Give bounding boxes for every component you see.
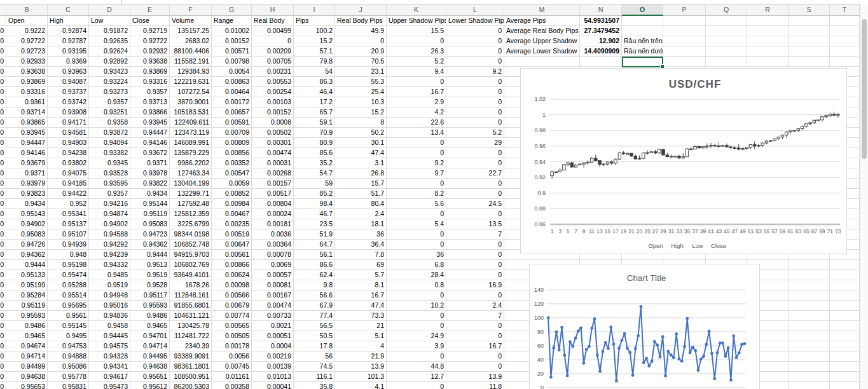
cell-O4[interactable]: Râu nến dưới	[622, 46, 663, 57]
cell-D13[interactable]: 0.94094	[89, 138, 130, 148]
cell-E18[interactable]: 0.9434	[130, 189, 170, 199]
cell-G1[interactable]: Range	[212, 16, 252, 26]
cell-G36[interactable]: 0.01161	[212, 372, 252, 382]
cell-D16[interactable]: 0.93528	[89, 168, 130, 179]
cell-J20[interactable]: 2.4	[335, 209, 387, 219]
cell-F6[interactable]: 129384.93	[170, 67, 212, 77]
cell-A36[interactable]: 0	[0, 372, 6, 382]
cell-J12[interactable]: 50.2	[335, 128, 387, 138]
cell-I17[interactable]: 59	[294, 179, 335, 189]
cell-G14[interactable]: 0.00856	[212, 148, 252, 158]
cell-T26[interactable]	[830, 270, 860, 280]
cell-B7[interactable]: 0.93869	[6, 77, 48, 87]
cell-F32[interactable]: 112481.722	[170, 331, 212, 341]
cell-F7[interactable]: 122219.631	[170, 77, 212, 87]
cell-H14[interactable]: 0.00474	[252, 148, 294, 158]
cell-A1[interactable]	[0, 16, 6, 26]
cell-C27[interactable]: 0.95288	[48, 280, 89, 290]
cell-F37[interactable]: 86200.5303	[170, 382, 212, 389]
cell-C37[interactable]: 0.95831	[48, 382, 89, 389]
cell-C33[interactable]: 0.94753	[48, 341, 89, 351]
cell-T29[interactable]	[830, 301, 860, 311]
cell-F33[interactable]: 2340.39	[170, 341, 212, 351]
cell-L4[interactable]: 0	[446, 46, 504, 57]
cell-K19[interactable]: 5.6	[387, 199, 446, 209]
cell-K35[interactable]: 44.8	[387, 362, 446, 372]
cell-B11[interactable]: 0.93865	[6, 118, 48, 128]
cell-J25[interactable]: 69	[335, 260, 387, 270]
cell-D21[interactable]: 0.94902	[89, 219, 130, 229]
cell-F27[interactable]: 1678.26	[170, 280, 212, 290]
cell-L33[interactable]: 16.7	[446, 341, 504, 351]
cell-F26[interactable]: 93649.4101	[170, 270, 212, 280]
column-header-F[interactable]: F	[170, 4, 212, 16]
cell-H31[interactable]: 0.0021	[252, 321, 294, 331]
column-header-I[interactable]: I	[294, 4, 335, 16]
cell-E22[interactable]: 0.94723	[130, 229, 170, 240]
cell-H11[interactable]: 0.0008	[252, 118, 294, 128]
cell-R4[interactable]	[747, 46, 789, 57]
cell-L24[interactable]: 0	[446, 250, 504, 260]
cell-J29[interactable]: 47.4	[335, 301, 387, 311]
cell-L20[interactable]: 0	[446, 209, 504, 219]
cell-A6[interactable]: 0	[0, 67, 6, 77]
cell-K37[interactable]: 0	[387, 382, 446, 389]
cell-G11[interactable]: 0.00591	[212, 118, 252, 128]
cell-I24[interactable]: 56.1	[294, 250, 335, 260]
cell-D34[interactable]: 0.94328	[89, 351, 130, 362]
cell-N1[interactable]: 54.9931507	[580, 16, 622, 26]
cell-L3[interactable]: 0	[446, 36, 504, 46]
cell-H12[interactable]: 0.00502	[252, 128, 294, 138]
cell-H32[interactable]: 0.00051	[252, 331, 294, 341]
cell-K23[interactable]: 0	[387, 240, 446, 250]
cell-M1[interactable]: Average Pips	[504, 16, 580, 26]
cell-D18[interactable]: 0.9357	[89, 189, 130, 199]
cell-J19[interactable]: 80.4	[335, 199, 387, 209]
cell-C34[interactable]: 0.94888	[48, 351, 89, 362]
cell-B6[interactable]: 0.93638	[6, 67, 48, 77]
cell-L13[interactable]: 29	[446, 138, 504, 148]
cell-E17[interactable]: 0.93822	[130, 179, 170, 189]
cell-T34[interactable]	[830, 351, 860, 362]
cell-H15[interactable]: 0.00031	[252, 158, 294, 168]
cell-E26[interactable]: 0.9519	[130, 270, 170, 280]
cell-B13[interactable]: 0.94447	[6, 138, 48, 148]
cell-E1[interactable]: Close	[130, 16, 170, 26]
cell-B15[interactable]: 0.93679	[6, 158, 48, 168]
cell-F3[interactable]: 2683.02	[170, 36, 212, 46]
cell-B4[interactable]: 0.92723	[6, 46, 48, 57]
cell-A12[interactable]: 0	[0, 128, 6, 138]
cell-I34[interactable]: 56	[294, 351, 335, 362]
cell-E24[interactable]: 0.9444	[130, 250, 170, 260]
cell-I9[interactable]: 17.2	[294, 97, 335, 107]
cell-Q2[interactable]	[706, 26, 747, 36]
cell-A14[interactable]: 0	[0, 148, 6, 158]
column-header-P[interactable]: P	[663, 4, 706, 16]
cell-S31[interactable]	[789, 321, 830, 331]
cell-D9[interactable]: 0.9357	[89, 97, 130, 107]
cell-A8[interactable]: 0	[0, 87, 6, 97]
cell-E32[interactable]: 0.94701	[130, 331, 170, 341]
cell-B23[interactable]: 0.94726	[6, 240, 48, 250]
cell-I28[interactable]: 56.6	[294, 290, 335, 301]
cell-A34[interactable]: 0	[0, 351, 6, 362]
cell-K31[interactable]: 0	[387, 321, 446, 331]
cell-C6[interactable]: 0.93963	[48, 67, 89, 77]
cell-I32[interactable]: 50.5	[294, 331, 335, 341]
cell-B5[interactable]: 0.92933	[6, 57, 48, 67]
cell-I27[interactable]: 9.8	[294, 280, 335, 290]
cell-D37[interactable]: 0.95473	[89, 382, 130, 389]
cell-I10[interactable]: 65.7	[294, 107, 335, 118]
cell-D32[interactable]: 0.94445	[89, 331, 130, 341]
cell-C12[interactable]: 0.94581	[48, 128, 89, 138]
column-header-J[interactable]: J	[335, 4, 387, 16]
cell-C29[interactable]: 0.95695	[48, 301, 89, 311]
cell-Q4[interactable]	[706, 46, 747, 57]
cell-G35[interactable]: 0.00745	[212, 362, 252, 372]
cell-K34[interactable]: 0	[387, 351, 446, 362]
cell-J24[interactable]: 7.8	[335, 250, 387, 260]
cell-F2[interactable]: 135157.25	[170, 26, 212, 36]
cell-G37[interactable]: 0.00358	[212, 382, 252, 389]
cell-E12[interactable]: 0.94447	[130, 128, 170, 138]
cell-Q5[interactable]	[706, 57, 747, 67]
